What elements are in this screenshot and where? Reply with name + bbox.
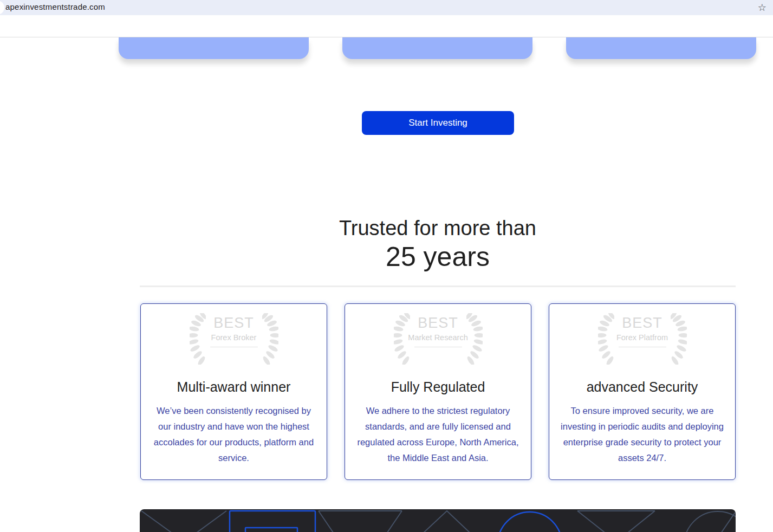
badge-rule [414,347,462,347]
award-card-multi-award: BEST Forex Broker Multi-award winner We’… [140,303,327,480]
top-feature-card-1 [119,37,309,59]
footer-geometric-pattern-icon [140,509,736,532]
laurel-right-icon [671,313,687,365]
card-title: advanced Security [549,379,735,395]
award-card-advanced-security: BEST Forex Platfrom advanced Security To… [549,303,736,480]
footer-art-strip [140,509,736,532]
browser-url-bar[interactable]: apexinvestmentstrade.com ☆ [0,0,773,15]
top-feature-card-2 [342,37,532,59]
card-body: We adhere to the strictest regulatory st… [355,403,521,466]
omnibox-circle [0,1,4,15]
bookmark-star-icon[interactable]: ☆ [758,1,766,14]
section-divider [140,286,736,287]
laurel-left-icon [190,313,206,365]
badge-rule [619,347,666,347]
top-feature-card-3 [566,37,756,59]
card-body: To ensure improved security, we are inve… [559,403,725,466]
award-badge: BEST Market Research [395,312,482,366]
award-badge: BEST Forex Broker [191,312,277,366]
card-title: Fully Regulated [345,379,531,395]
start-investing-button[interactable]: Start Investing [362,111,514,135]
card-body: We’ve been consistently recognised by ou… [151,403,317,466]
trusted-heading-line1: Trusted for more than [140,216,736,241]
award-badge: BEST Forex Platfrom [599,312,686,366]
trusted-heading: Trusted for more than 25 years [140,216,736,273]
url-text[interactable]: apexinvestmentstrade.com [5,2,105,11]
laurel-left-icon [394,313,410,365]
header-band [0,15,773,37]
badge-rule [210,347,258,347]
trusted-heading-line2: 25 years [140,241,736,273]
laurel-right-icon [466,313,483,365]
card-title: Multi-award winner [141,379,327,395]
laurel-right-icon [262,313,278,365]
laurel-left-icon [598,313,614,365]
award-card-fully-regulated: BEST Market Research Fully Regulated We … [345,303,531,480]
